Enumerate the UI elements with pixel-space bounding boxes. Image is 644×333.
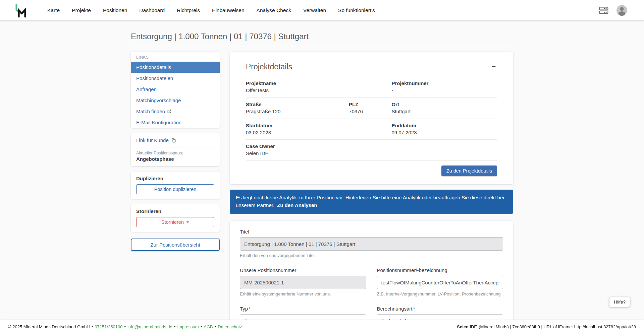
alert-message: Es liegt noch keine Analytik zu Ihrer Po… xyxy=(236,195,504,208)
required-asterisk: * xyxy=(249,306,251,312)
field-label: Straße xyxy=(246,101,349,108)
footer-link-agb[interactable]: AGB xyxy=(204,324,213,329)
footer-user-name: Selen IDE xyxy=(457,324,477,329)
collapse-icon[interactable]: − xyxy=(490,62,497,71)
chevron-down-icon xyxy=(186,221,189,223)
to-analyses-link[interactable]: Zu den Analysen xyxy=(277,202,317,208)
titel-input[interactable] xyxy=(240,237,503,251)
duplicate-card: Duplizieren Position duplizieren xyxy=(131,172,220,199)
sidebar-item-anfragen[interactable]: Anfragen xyxy=(131,84,220,95)
project-row-dates: Startdatum 03.02.2023 Enddatum 09.07.202… xyxy=(246,119,497,140)
titel-helper: Erhält den von uns vorgegebenen Titel. xyxy=(240,253,503,258)
position-number-label: Positionsnummer/-bezeichnung xyxy=(377,267,503,273)
field-value: 70376 xyxy=(349,108,391,115)
footer-link-datenschutz[interactable]: Datenschutz xyxy=(218,324,242,329)
cancel-header: Stornieren xyxy=(136,208,214,214)
sidebar-item-email-konfiguration[interactable]: E-Mail Konfiguration xyxy=(131,117,220,128)
cancel-card: Stornieren Stornieren xyxy=(131,204,220,232)
our-position-number-input[interactable] xyxy=(240,276,366,289)
position-form-card: Titel Erhält den von uns vorgegebenen Ti… xyxy=(230,221,513,333)
sidebar-item-positionsdetails[interactable]: Positionsdetails xyxy=(131,62,220,73)
sidebar-links-card: LINKS Positionsdetails Positionsdateien … xyxy=(131,52,220,128)
footer-link-impressum[interactable]: Impressum xyxy=(177,324,199,329)
external-link-icon xyxy=(167,109,171,114)
position-number-helper: Z.B. Interne-Vorgangsnummer, LV-Position… xyxy=(377,291,503,296)
our-position-number-label: Unsere Positionsnummer xyxy=(240,267,366,273)
berechnungsart-label: Berechnungsart* xyxy=(377,306,503,312)
duplicate-header: Duplizieren xyxy=(136,176,214,181)
nav-item-verwalten[interactable]: Verwalten xyxy=(303,7,326,13)
customer-status-card: Link für Kunde Aktueller Positionsstatus… xyxy=(131,133,220,166)
sidebar-item-label: E-Mail Konfiguration xyxy=(136,120,181,125)
field-label: Projektnummer xyxy=(391,80,497,87)
nav-item-karte[interactable]: Karte xyxy=(47,7,60,13)
sidebar-item-matchingvorschlaege[interactable]: Matchingvorschläge xyxy=(131,95,220,106)
customer-link[interactable]: Link für Kunde xyxy=(131,133,220,147)
sidebar-item-match-finden[interactable]: Match finden xyxy=(131,106,220,117)
position-status-label: Aktueller Positionsstatus: xyxy=(131,147,220,155)
project-details-card: Projektdetails − Projektname OfferTests … xyxy=(230,52,513,184)
analytics-alert-banner: Es liegt noch keine Analytik zu Ihrer Po… xyxy=(230,190,513,214)
project-row-name-number: Projektname OfferTests Projektnummer - xyxy=(246,77,497,98)
position-number-input[interactable] xyxy=(377,276,503,289)
field-label: Projektname xyxy=(246,80,391,87)
nav-item-analyse-check[interactable]: Analyse Check xyxy=(257,7,291,13)
required-asterisk: * xyxy=(413,306,415,312)
cancel-dropdown-button[interactable]: Stornieren xyxy=(136,217,214,227)
berechnungsart-label-text: Berechnungsart xyxy=(377,306,413,312)
nav-item-dashboard[interactable]: Dashboard xyxy=(139,7,165,13)
sidebar: LINKS Positionsdetails Positionsdateien … xyxy=(131,52,220,251)
project-row-address: Straße Pragstraße 120 PLZ 70376 Ort Stut… xyxy=(246,98,497,119)
sidebar-item-label: Anfragen xyxy=(136,86,157,92)
nav-item-positionen[interactable]: Positionen xyxy=(103,7,127,13)
typ-label: Typ* xyxy=(240,306,366,312)
cancel-button-label: Stornieren xyxy=(161,219,184,225)
field-label: Ort xyxy=(391,101,497,108)
footer-link-phone[interactable]: 07151/250100 xyxy=(95,324,122,329)
our-position-number-helper: Erhält eine systemgenerierte Nummer von … xyxy=(240,291,366,296)
sidebar-item-label: Match finden xyxy=(136,109,165,114)
separator-dot: • xyxy=(201,324,202,329)
field-value: Stuttgart xyxy=(391,108,497,115)
typ-label-text: Typ xyxy=(240,306,248,312)
nav-item-so-funktionierts[interactable]: So funktioniert's xyxy=(338,7,375,13)
footer-link-email[interactable]: info@mineral-minds.de xyxy=(127,324,172,329)
position-status-value: Angebotsphase xyxy=(131,155,220,166)
field-value: OfferTests xyxy=(246,87,391,94)
title-divider xyxy=(131,46,513,46)
separator-dot: • xyxy=(174,324,176,329)
position-overview-button[interactable]: Zur Positionsübersicht xyxy=(131,239,220,251)
nav-item-projekte[interactable]: Projekte xyxy=(72,7,91,13)
mineral-minds-logo-icon[interactable] xyxy=(15,3,26,17)
nav-item-einbauweisen[interactable]: Einbauweisen xyxy=(212,7,245,13)
project-details-title: Projektdetails xyxy=(246,62,292,71)
to-project-details-button[interactable]: Zu den Projektdetails xyxy=(441,165,497,176)
main-nav: Karte Projekte Positionen Dashboard Rich… xyxy=(47,7,375,13)
copy-icon xyxy=(171,138,176,143)
sidebar-item-label: Positionsdetails xyxy=(136,64,171,70)
footer: © 2025 Mineral Minds Deutschland GmbH • … xyxy=(0,320,644,333)
field-value: Selen IDE xyxy=(246,150,497,157)
field-value: Pragstraße 120 xyxy=(246,108,349,115)
field-label: Case Owner xyxy=(246,143,497,150)
main-content: Projektdetails − Projektname OfferTests … xyxy=(230,52,513,333)
customer-link-label: Link für Kunde xyxy=(136,137,169,143)
separator-dot: • xyxy=(215,324,216,329)
user-avatar-icon[interactable] xyxy=(616,5,627,16)
field-value: 09.07.2023 xyxy=(391,129,497,136)
nav-item-richtpreis[interactable]: Richtpreis xyxy=(177,7,200,13)
field-label: Enddatum xyxy=(391,122,497,129)
top-navbar: Karte Projekte Positionen Dashboard Rich… xyxy=(0,0,644,20)
footer-session-info: (Mineral Minds) | 7ce360e83fb0 | URL of … xyxy=(479,324,636,329)
separator-dot: • xyxy=(92,324,93,329)
field-value: 03.02.2023 xyxy=(246,129,391,136)
separator-dot: • xyxy=(124,324,126,329)
sidebar-item-positionsdateien[interactable]: Positionsdateien xyxy=(131,73,220,84)
help-button[interactable]: Hilfe? xyxy=(609,297,630,307)
copyright-text: © 2025 Mineral Minds Deutschland GmbH xyxy=(8,324,90,329)
titel-label: Titel xyxy=(240,229,503,235)
links-header: LINKS xyxy=(131,52,220,62)
server-list-icon[interactable] xyxy=(599,7,608,14)
duplicate-position-button[interactable]: Position duplizieren xyxy=(136,184,214,194)
project-row-case-owner: Case Owner Selen IDE xyxy=(246,140,497,161)
